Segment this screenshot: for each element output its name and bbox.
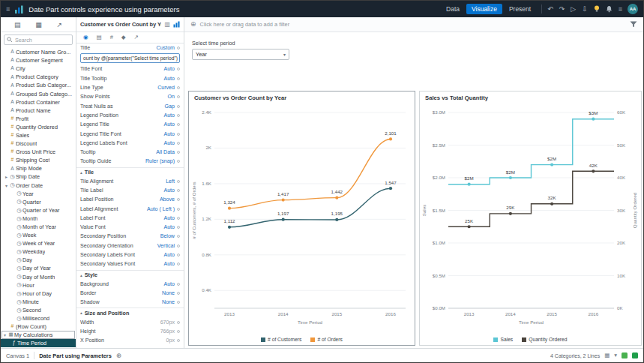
status-indicator-green-2[interactable] bbox=[632, 352, 638, 358]
property-value[interactable]: Auto bbox=[163, 261, 175, 267]
reset-dot-icon[interactable] bbox=[177, 339, 180, 342]
parameter-dropdown[interactable]: Year ▾ bbox=[192, 49, 289, 60]
reset-dot-icon[interactable] bbox=[177, 235, 180, 238]
properties-tab-general[interactable]: ◉ bbox=[83, 34, 88, 40]
analytics-tab-icon[interactable]: ↗ bbox=[57, 21, 63, 28]
property-value[interactable]: Auto bbox=[163, 281, 175, 287]
field-item[interactable]: ▸◷Ship Date bbox=[1, 172, 76, 181]
reset-dot-icon[interactable] bbox=[177, 142, 180, 145]
field-item[interactable]: #Shipping Cost bbox=[1, 156, 76, 164]
property-value[interactable]: Auto bbox=[163, 76, 175, 82]
legend-item[interactable]: Quantity Ordered bbox=[522, 337, 567, 342]
mode-tab-visualize[interactable]: Visualize bbox=[466, 4, 502, 14]
field-item[interactable]: ◷Quarter bbox=[1, 198, 76, 206]
property-value[interactable]: None bbox=[162, 290, 175, 296]
canvas-tab[interactable]: Canvas 1 bbox=[6, 352, 29, 359]
reset-dot-icon[interactable] bbox=[177, 105, 180, 108]
reset-dot-icon[interactable] bbox=[177, 321, 180, 324]
property-value[interactable]: Auto bbox=[163, 252, 175, 258]
reset-dot-icon[interactable] bbox=[177, 114, 180, 117]
bell-icon[interactable] bbox=[606, 5, 613, 13]
grammar-grid-icon[interactable]: ▥ bbox=[164, 22, 170, 28]
section-header[interactable]: ▴Tile bbox=[76, 167, 184, 177]
grid-view-icon[interactable]: ▦ bbox=[604, 352, 610, 358]
visualizations-tab-icon[interactable]: ▦ bbox=[35, 21, 42, 28]
property-value[interactable]: Auto bbox=[163, 224, 175, 230]
section-header[interactable]: ▴Size and Position bbox=[76, 308, 184, 317]
property-value[interactable]: 670px bbox=[160, 320, 175, 326]
property-value[interactable]: Auto bbox=[163, 140, 175, 146]
field-item[interactable]: ◷Second bbox=[1, 306, 76, 314]
property-value[interactable]: 766px bbox=[160, 328, 175, 334]
lightbulb-icon[interactable] bbox=[594, 5, 600, 14]
field-item[interactable]: ◷Day of Year bbox=[1, 264, 76, 272]
property-value[interactable]: Below bbox=[160, 233, 175, 239]
chevron-down-icon[interactable]: ▾ bbox=[2, 332, 7, 338]
add-canvas-icon[interactable]: ⊕ bbox=[116, 352, 121, 359]
field-item[interactable]: ACustomer Segment bbox=[1, 56, 76, 64]
chevron-down-icon[interactable]: ▾ bbox=[614, 352, 617, 358]
add-filter-icon[interactable]: ⊕ bbox=[190, 21, 196, 28]
field-item[interactable]: AProduct Category bbox=[1, 73, 76, 81]
overflow-menu-icon[interactable]: ≡ bbox=[619, 6, 622, 13]
property-value[interactable]: Above bbox=[160, 196, 175, 202]
field-item[interactable]: ◷Hour bbox=[1, 281, 76, 290]
property-value[interactable]: On bbox=[168, 94, 175, 100]
hamburger-menu-icon[interactable]: ≡ bbox=[6, 6, 10, 13]
chevron-right-icon[interactable]: ▸ bbox=[4, 174, 9, 179]
reset-dot-icon[interactable] bbox=[177, 226, 180, 229]
field-item[interactable]: AProduct Sub Categor... bbox=[1, 81, 76, 89]
reset-dot-icon[interactable] bbox=[177, 46, 180, 50]
property-value[interactable]: Auto bbox=[163, 215, 175, 221]
property-value[interactable]: Auto bbox=[163, 131, 175, 137]
reset-dot-icon[interactable] bbox=[177, 330, 180, 333]
reset-dot-icon[interactable] bbox=[177, 262, 180, 266]
reset-dot-icon[interactable] bbox=[177, 254, 180, 256]
reset-dot-icon[interactable] bbox=[177, 283, 180, 286]
reset-dot-icon[interactable] bbox=[177, 68, 180, 70]
property-value[interactable]: Vertical bbox=[157, 243, 175, 249]
title-formula-input[interactable]: ount by @{parameter("Select time period"… bbox=[80, 53, 180, 63]
properties-tab-style[interactable]: ◆ bbox=[121, 34, 126, 40]
field-item[interactable]: AProduct Container bbox=[1, 98, 76, 106]
property-value[interactable]: None bbox=[162, 299, 175, 305]
legend-item[interactable]: Sales bbox=[493, 337, 513, 342]
reset-dot-icon[interactable] bbox=[177, 292, 180, 295]
reset-dot-icon[interactable] bbox=[177, 86, 180, 89]
mode-tab-present[interactable]: Present bbox=[504, 4, 536, 14]
field-item[interactable]: ◷Year bbox=[1, 190, 76, 198]
mode-tab-data[interactable]: Data bbox=[441, 4, 465, 14]
field-item[interactable]: ◷Hour of Day bbox=[1, 290, 76, 298]
export-icon[interactable]: ⇩ bbox=[582, 6, 588, 13]
properties-tab-values[interactable]: # bbox=[110, 34, 113, 40]
field-item[interactable]: #Discount bbox=[1, 140, 76, 148]
field-item[interactable]: ◷Quarter of Year bbox=[1, 206, 76, 214]
undo-icon[interactable]: ↶ bbox=[547, 6, 553, 13]
field-item[interactable]: ▾◷Order Date bbox=[1, 182, 76, 190]
reset-dot-icon[interactable] bbox=[177, 208, 180, 211]
reset-dot-icon[interactable] bbox=[177, 160, 180, 163]
reset-dot-icon[interactable] bbox=[177, 77, 180, 80]
field-item[interactable]: ACity bbox=[1, 64, 76, 73]
field-item[interactable]: #Sales bbox=[1, 131, 76, 140]
user-avatar[interactable]: AA bbox=[628, 4, 638, 14]
legend-item[interactable]: # of Customers bbox=[261, 337, 301, 342]
field-item[interactable]: ◷Week of Year bbox=[1, 239, 76, 248]
calculation-item[interactable]: ƒTime Period bbox=[1, 339, 76, 347]
property-value[interactable]: Left bbox=[166, 178, 175, 184]
field-item[interactable]: ◷Week bbox=[1, 231, 76, 239]
chart-type-icon[interactable] bbox=[173, 21, 180, 28]
field-item[interactable]: #Gross Unit Price bbox=[1, 148, 76, 156]
chevron-down-icon[interactable]: ▾ bbox=[4, 183, 9, 188]
field-item[interactable]: ◷Month bbox=[1, 214, 76, 223]
reset-dot-icon[interactable] bbox=[177, 189, 180, 192]
reset-dot-icon[interactable] bbox=[177, 198, 180, 201]
property-value[interactable]: Auto bbox=[163, 122, 175, 128]
field-item[interactable]: ◷Minute bbox=[1, 298, 76, 306]
my-calculations-header[interactable]: ▾▦My Calculations bbox=[1, 331, 75, 339]
viz-card-step-chart[interactable]: Sales vs Total Quantity $0.0M$0.5M$1.0M$… bbox=[419, 91, 642, 346]
property-value[interactable]: Auto bbox=[163, 188, 175, 194]
properties-tab-analytics[interactable]: ↗ bbox=[134, 34, 139, 40]
field-item[interactable]: AGrouped Sub Catego... bbox=[1, 89, 76, 98]
field-item[interactable]: #Profit bbox=[1, 115, 76, 123]
